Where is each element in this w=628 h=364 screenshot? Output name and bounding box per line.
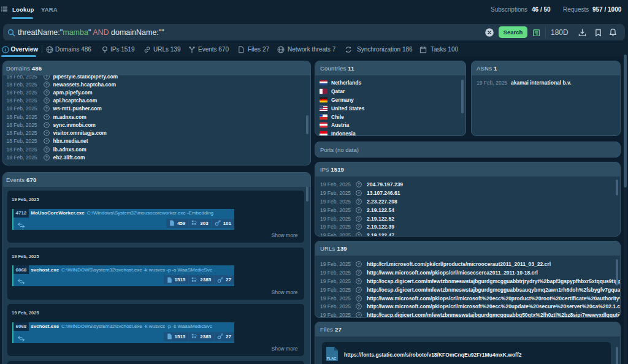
svg-text:?: ? bbox=[45, 98, 48, 102]
svg-text:?: ? bbox=[45, 147, 48, 151]
svg-text:?: ? bbox=[358, 199, 360, 203]
svg-text:?: ? bbox=[45, 131, 48, 135]
svg-text:?: ? bbox=[45, 155, 48, 159]
svg-text:?: ? bbox=[45, 115, 48, 119]
svg-text:FLAC: FLAC bbox=[327, 357, 337, 360]
svg-text:?: ? bbox=[358, 296, 360, 300]
svg-text:?: ? bbox=[358, 305, 360, 309]
svg-text:?: ? bbox=[358, 270, 360, 275]
svg-text:?: ? bbox=[358, 225, 360, 229]
svg-text:?: ? bbox=[358, 262, 360, 266]
svg-text:?: ? bbox=[358, 182, 360, 186]
svg-text:?: ? bbox=[358, 313, 360, 317]
svg-text:?: ? bbox=[45, 107, 48, 111]
svg-text:?: ? bbox=[358, 279, 360, 283]
svg-text:?: ? bbox=[45, 90, 48, 94]
svg-text:?: ? bbox=[45, 123, 48, 127]
svg-text:?: ? bbox=[45, 139, 48, 143]
svg-text:?: ? bbox=[358, 208, 360, 212]
svg-text:?: ? bbox=[358, 287, 360, 292]
svg-text:?: ? bbox=[358, 233, 360, 237]
svg-text:?: ? bbox=[358, 216, 360, 221]
svg-text:?: ? bbox=[45, 82, 48, 86]
svg-text:?: ? bbox=[358, 191, 360, 195]
